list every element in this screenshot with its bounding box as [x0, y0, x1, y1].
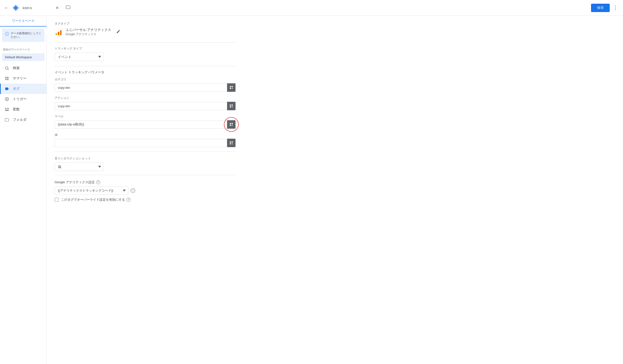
tag-type-name: ユニバーサル アナリティクス	[66, 28, 111, 32]
svg-rect-21	[230, 88, 231, 89]
sidebar-item-triggers[interactable]: トリガー	[0, 94, 46, 104]
tags-icon	[4, 86, 10, 91]
tag-type-info: ユニバーサル アナリティクス Google アナリティクス	[66, 28, 111, 36]
svg-rect-6	[5, 77, 7, 78]
divider-1	[55, 42, 236, 43]
sidebar-item-tags[interactable]: タグ	[0, 84, 46, 94]
svg-rect-19	[230, 86, 231, 87]
action-label: アクション	[55, 96, 236, 100]
svg-rect-12	[5, 108, 7, 109]
non-interaction-label: 非インタラクション ヒット	[55, 156, 236, 161]
ga-settings-info-button[interactable]	[130, 188, 135, 193]
ga-settings-label-row: Google アナリティクス設定 ?	[55, 180, 236, 184]
event-params-label: イベント トラッキング パラメータ	[55, 70, 236, 75]
svg-rect-13	[7, 108, 9, 109]
topbar-left: ← icon-s	[4, 4, 51, 12]
ga-settings-help-icon[interactable]: ?	[96, 180, 100, 184]
ga-select-row: {{アナリティクストラッキングコード}}	[55, 186, 236, 194]
label-label: ラベル	[55, 114, 236, 119]
tracking-type-section: トラッキング タイプ イベント ページビュー 取引 ソーシャル	[55, 46, 236, 61]
label-group: ラベル	[55, 114, 236, 129]
workspace-tab[interactable]: ワークスペース	[0, 16, 46, 26]
triggers-icon	[4, 97, 10, 101]
sidebar-item-variables[interactable]: 変数	[0, 104, 46, 115]
override-help-icon[interactable]: ?	[127, 198, 130, 202]
value-input[interactable]	[55, 139, 227, 147]
tag-type-sub: Google アナリティクス	[66, 32, 111, 36]
content-area: タグタイプ ユニバーサル アナリティクス Google アナリティクス	[47, 16, 623, 364]
divider-3	[55, 151, 236, 151]
divider-4	[55, 175, 236, 175]
summary-icon	[4, 76, 10, 81]
sidebar-item-search[interactable]: 検索	[0, 63, 46, 73]
ga-settings-text: Google アナリティクス設定	[55, 180, 95, 184]
category-input[interactable]	[55, 84, 227, 92]
label-variable-button[interactable]	[227, 120, 236, 129]
label-input-row	[55, 120, 236, 129]
back-button[interactable]: ←	[4, 5, 9, 11]
more-options-button[interactable]: ⋮	[612, 4, 619, 12]
category-label: カテゴリ	[55, 78, 236, 82]
value-label: 値	[55, 133, 236, 137]
app-name-label: icon-s	[23, 6, 32, 10]
svg-rect-26	[230, 106, 231, 107]
triggers-label: トリガー	[13, 97, 26, 101]
variables-label: 変数	[13, 107, 20, 112]
sidebar-item-folders[interactable]: フォルダ	[0, 115, 46, 125]
ga-settings-select[interactable]: {{アナリティクストラッキングコード}}	[55, 186, 129, 194]
tag-type-label: タグタイプ	[55, 22, 236, 26]
action-input-row	[55, 102, 236, 110]
sidebar-tabs: ワークスペース	[0, 16, 46, 26]
topbar-right: 保存 ⋮	[591, 4, 619, 12]
save-button[interactable]: 保存	[591, 4, 610, 12]
non-interaction-select[interactable]: 偽 真	[55, 163, 104, 171]
folder-button[interactable]	[66, 5, 71, 11]
svg-rect-34	[230, 141, 231, 143]
svg-rect-35	[232, 141, 233, 143]
svg-rect-31	[230, 125, 231, 126]
svg-rect-30	[232, 123, 233, 124]
tracking-type-select[interactable]: イベント ページビュー 取引 ソーシャル	[55, 53, 104, 61]
divider-2	[55, 66, 236, 66]
tags-label: タグ	[13, 86, 20, 91]
sidebar-info-banner: ⓘ データ処理規約に してください。	[2, 28, 44, 42]
folders-label: フォルダ	[13, 118, 26, 122]
sidebar-info-text: データ処理規約に してください。	[11, 31, 42, 39]
info-icon: ⓘ	[5, 31, 9, 37]
ga-settings-section: Google アナリティクス設定 ? {{アナリティクストラッキングコード}}	[55, 180, 236, 202]
override-row: このタグでオーバーライド設定を有効にする ?	[55, 197, 236, 202]
ua-analytics-icon	[55, 28, 63, 36]
summary-label: サマリー	[13, 76, 26, 81]
svg-rect-18	[60, 30, 62, 35]
svg-rect-29	[230, 123, 231, 124]
category-variable-button[interactable]	[227, 83, 236, 92]
main-layout: ワークスペース ⓘ データ処理規約に してください。 現在のワークスペース De…	[0, 16, 623, 364]
svg-rect-7	[7, 77, 9, 78]
action-input[interactable]	[55, 102, 227, 110]
current-workspace-label: 現在のワークスペース	[0, 44, 46, 52]
search-icon	[4, 66, 10, 70]
category-group: カテゴリ	[55, 78, 236, 92]
value-variable-button[interactable]	[227, 138, 236, 147]
edit-tag-type-button[interactable]	[116, 29, 121, 35]
non-interaction-section: 非インタラクション ヒット 偽 真	[55, 156, 236, 171]
topbar-center: ×	[51, 4, 591, 12]
sidebar-item-summary[interactable]: サマリー	[0, 73, 46, 84]
folders-icon	[4, 118, 10, 122]
value-group: 値	[55, 133, 236, 147]
svg-rect-20	[232, 86, 233, 87]
label-input[interactable]	[55, 121, 227, 129]
svg-rect-25	[232, 105, 233, 106]
action-variable-button[interactable]	[227, 102, 236, 110]
variables-icon	[4, 107, 10, 112]
override-checkbox[interactable]	[55, 198, 59, 202]
override-label: このタグでオーバーライド設定を有効にする ?	[61, 197, 130, 202]
svg-rect-16	[56, 33, 57, 35]
close-button[interactable]: ×	[55, 4, 60, 12]
svg-line-5	[8, 69, 8, 70]
svg-rect-9	[7, 79, 9, 80]
svg-rect-8	[5, 79, 7, 80]
workspace-chip[interactable]: Default Workspace	[2, 53, 44, 61]
svg-rect-36	[230, 143, 231, 144]
svg-rect-24	[230, 105, 231, 106]
